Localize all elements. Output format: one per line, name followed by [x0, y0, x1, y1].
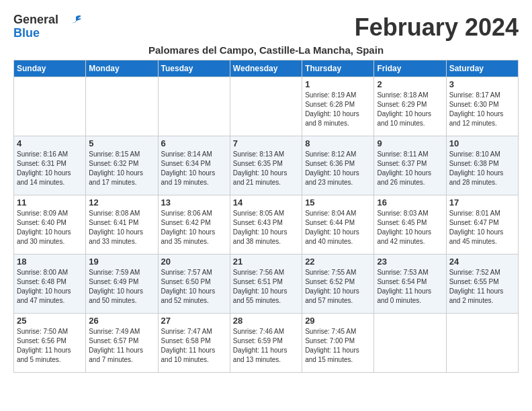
- day-number: 19: [89, 257, 154, 267]
- calendar-cell: 24Sunrise: 7:52 AMSunset: 6:55 PMDayligh…: [446, 255, 518, 314]
- day-number: 3: [449, 79, 515, 89]
- day-info: Sunrise: 8:09 AMSunset: 6:40 PMDaylight:…: [17, 209, 83, 246]
- day-info: Sunrise: 7:46 AMSunset: 6:59 PMDaylight:…: [233, 327, 299, 365]
- day-info: Sunrise: 7:52 AMSunset: 6:55 PMDaylight:…: [449, 268, 515, 306]
- day-info: Sunrise: 8:06 AMSunset: 6:42 PMDaylight:…: [161, 209, 227, 246]
- day-number: 17: [449, 197, 515, 208]
- calendar-cell: 8Sunrise: 8:12 AMSunset: 6:36 PMDaylight…: [302, 136, 374, 195]
- calendar-header-sunday: Sunday: [14, 60, 86, 77]
- calendar-cell: 16Sunrise: 8:03 AMSunset: 6:45 PMDayligh…: [374, 195, 446, 255]
- calendar-cell: [446, 314, 518, 373]
- calendar-cell: 3Sunrise: 8:17 AMSunset: 6:30 PMDaylight…: [446, 77, 518, 136]
- logo-bird-icon: [62, 13, 83, 34]
- day-info: Sunrise: 8:16 AMSunset: 6:31 PMDaylight:…: [17, 150, 83, 187]
- day-info: Sunrise: 7:55 AMSunset: 6:52 PMDaylight:…: [305, 268, 371, 306]
- day-info: Sunrise: 7:50 AMSunset: 6:56 PMDaylight:…: [17, 327, 83, 365]
- day-info: Sunrise: 8:12 AMSunset: 6:36 PMDaylight:…: [305, 150, 371, 187]
- calendar-cell: 25Sunrise: 7:50 AMSunset: 6:56 PMDayligh…: [14, 314, 86, 373]
- calendar-cell: [374, 314, 446, 373]
- calendar-cell: 19Sunrise: 7:59 AMSunset: 6:49 PMDayligh…: [86, 255, 158, 314]
- day-number: 22: [305, 257, 371, 267]
- calendar-header-saturday: Saturday: [446, 60, 518, 77]
- day-number: 29: [305, 316, 371, 326]
- day-info: Sunrise: 8:03 AMSunset: 6:45 PMDaylight:…: [377, 209, 443, 246]
- calendar-cell: 14Sunrise: 8:05 AMSunset: 6:43 PMDayligh…: [230, 195, 302, 255]
- calendar-cell: 10Sunrise: 8:10 AMSunset: 6:38 PMDayligh…: [446, 136, 518, 195]
- day-number: 5: [89, 138, 154, 148]
- calendar-header-row: SundayMondayTuesdayWednesdayThursdayFrid…: [14, 60, 519, 77]
- calendar-week-row: 11Sunrise: 8:09 AMSunset: 6:40 PMDayligh…: [14, 195, 519, 255]
- day-info: Sunrise: 8:15 AMSunset: 6:32 PMDaylight:…: [89, 150, 154, 187]
- calendar-table: SundayMondayTuesdayWednesdayThursdayFrid…: [13, 60, 519, 373]
- day-number: 25: [17, 316, 83, 326]
- calendar-week-row: 4Sunrise: 8:16 AMSunset: 6:31 PMDaylight…: [14, 136, 519, 195]
- calendar-cell: 11Sunrise: 8:09 AMSunset: 6:40 PMDayligh…: [14, 195, 86, 255]
- day-number: 10: [449, 138, 515, 148]
- day-info: Sunrise: 7:49 AMSunset: 6:57 PMDaylight:…: [89, 327, 154, 365]
- day-info: Sunrise: 8:10 AMSunset: 6:38 PMDaylight:…: [449, 150, 515, 187]
- day-number: 20: [161, 257, 227, 267]
- day-info: Sunrise: 8:04 AMSunset: 6:44 PMDaylight:…: [305, 209, 371, 246]
- calendar-cell: 12Sunrise: 8:08 AMSunset: 6:41 PMDayligh…: [86, 195, 158, 255]
- day-number: 14: [233, 197, 299, 208]
- day-number: 8: [305, 138, 371, 148]
- day-info: Sunrise: 8:11 AMSunset: 6:37 PMDaylight:…: [377, 150, 443, 187]
- day-info: Sunrise: 8:19 AMSunset: 6:28 PMDaylight:…: [305, 91, 371, 128]
- calendar-cell: 9Sunrise: 8:11 AMSunset: 6:37 PMDaylight…: [374, 136, 446, 195]
- day-number: 24: [449, 257, 515, 267]
- month-title: February 2024: [355, 13, 519, 42]
- day-info: Sunrise: 8:18 AMSunset: 6:29 PMDaylight:…: [377, 91, 443, 128]
- day-number: 9: [377, 138, 443, 148]
- logo: General Blue: [13, 13, 83, 40]
- calendar-cell: [14, 77, 86, 136]
- calendar-cell: [230, 77, 302, 136]
- calendar-cell: 13Sunrise: 8:06 AMSunset: 6:42 PMDayligh…: [158, 195, 230, 255]
- day-number: 6: [161, 138, 227, 148]
- calendar-header-friday: Friday: [374, 60, 446, 77]
- day-number: 15: [305, 197, 371, 208]
- day-number: 16: [377, 197, 443, 208]
- day-info: Sunrise: 7:57 AMSunset: 6:50 PMDaylight:…: [161, 268, 227, 306]
- day-info: Sunrise: 7:56 AMSunset: 6:51 PMDaylight:…: [233, 268, 299, 306]
- day-number: 23: [377, 257, 443, 267]
- day-number: 11: [17, 197, 83, 208]
- calendar-cell: 26Sunrise: 7:49 AMSunset: 6:57 PMDayligh…: [86, 314, 158, 373]
- calendar-week-row: 1Sunrise: 8:19 AMSunset: 6:28 PMDaylight…: [14, 77, 519, 136]
- calendar-cell: 28Sunrise: 7:46 AMSunset: 6:59 PMDayligh…: [230, 314, 302, 373]
- calendar-header-tuesday: Tuesday: [158, 60, 230, 77]
- calendar-header-wednesday: Wednesday: [230, 60, 302, 77]
- day-info: Sunrise: 8:14 AMSunset: 6:34 PMDaylight:…: [161, 150, 227, 187]
- calendar-cell: 7Sunrise: 8:13 AMSunset: 6:35 PMDaylight…: [230, 136, 302, 195]
- day-info: Sunrise: 7:45 AMSunset: 7:00 PMDaylight:…: [305, 327, 371, 365]
- calendar-cell: [86, 77, 158, 136]
- day-info: Sunrise: 8:13 AMSunset: 6:35 PMDaylight:…: [233, 150, 299, 187]
- day-info: Sunrise: 8:05 AMSunset: 6:43 PMDaylight:…: [233, 209, 299, 246]
- day-number: 1: [305, 79, 371, 89]
- calendar-cell: 6Sunrise: 8:14 AMSunset: 6:34 PMDaylight…: [158, 136, 230, 195]
- calendar-cell: 20Sunrise: 7:57 AMSunset: 6:50 PMDayligh…: [158, 255, 230, 314]
- logo-text: General Blue: [13, 13, 58, 40]
- location-title: Palomares del Campo, Castille-La Mancha,…: [13, 44, 519, 56]
- day-number: 18: [17, 257, 83, 267]
- calendar-cell: [158, 77, 230, 136]
- day-info: Sunrise: 8:17 AMSunset: 6:30 PMDaylight:…: [449, 91, 515, 128]
- calendar-cell: 29Sunrise: 7:45 AMSunset: 7:00 PMDayligh…: [302, 314, 374, 373]
- day-info: Sunrise: 8:01 AMSunset: 6:47 PMDaylight:…: [449, 209, 515, 246]
- calendar-cell: 1Sunrise: 8:19 AMSunset: 6:28 PMDaylight…: [302, 77, 374, 136]
- calendar-cell: 4Sunrise: 8:16 AMSunset: 6:31 PMDaylight…: [14, 136, 86, 195]
- day-number: 4: [17, 138, 83, 148]
- calendar-week-row: 25Sunrise: 7:50 AMSunset: 6:56 PMDayligh…: [14, 314, 519, 373]
- day-info: Sunrise: 8:08 AMSunset: 6:41 PMDaylight:…: [89, 209, 154, 246]
- calendar-cell: 18Sunrise: 8:00 AMSunset: 6:48 PMDayligh…: [14, 255, 86, 314]
- day-number: 12: [89, 197, 154, 208]
- day-number: 2: [377, 79, 443, 89]
- calendar-cell: 22Sunrise: 7:55 AMSunset: 6:52 PMDayligh…: [302, 255, 374, 314]
- calendar-cell: 17Sunrise: 8:01 AMSunset: 6:47 PMDayligh…: [446, 195, 518, 255]
- day-info: Sunrise: 7:53 AMSunset: 6:54 PMDaylight:…: [377, 268, 443, 306]
- day-info: Sunrise: 7:59 AMSunset: 6:49 PMDaylight:…: [89, 268, 154, 306]
- calendar-header-monday: Monday: [86, 60, 158, 77]
- calendar-cell: 27Sunrise: 7:47 AMSunset: 6:58 PMDayligh…: [158, 314, 230, 373]
- calendar-cell: 2Sunrise: 8:18 AMSunset: 6:29 PMDaylight…: [374, 77, 446, 136]
- day-number: 28: [233, 316, 299, 326]
- calendar-header-thursday: Thursday: [302, 60, 374, 77]
